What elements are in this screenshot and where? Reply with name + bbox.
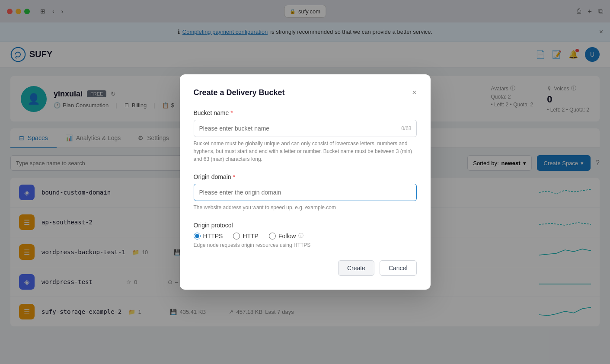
origin-domain-label: Origin domain [194,173,231,180]
origin-domain-required: * [233,173,235,180]
bucket-name-label: Bucket name [194,109,229,116]
origin-domain-label-row: Origin domain * [194,173,417,180]
http-label: HTTP [243,233,259,239]
radio-https[interactable]: HTTPS [194,233,223,239]
modal-footer: Create Cancel [194,260,417,276]
origin-domain-input[interactable] [194,184,417,201]
origin-protocol-radio-group: HTTPS HTTP Follow ⓘ [194,232,417,239]
modal-header: Create a Delivery Bucket × [194,88,417,97]
bucket-name-label-row: Bucket name * [194,109,417,116]
create-button[interactable]: Create [338,260,374,276]
origin-protocol-label: Origin protocol [194,222,233,229]
cancel-button[interactable]: Cancel [380,260,417,276]
origin-protocol-label-row: Origin protocol [194,222,417,229]
radio-follow[interactable]: Follow ⓘ [269,232,303,239]
follow-info-icon: ⓘ [298,232,303,239]
modal-close-button[interactable]: × [412,88,417,97]
follow-radio-input[interactable] [269,233,276,239]
https-label: HTTPS [203,233,223,239]
bucket-name-input[interactable] [194,120,417,137]
origin-protocol-field: Origin protocol HTTPS HTTP Follow ⓘ Edge… [194,222,417,248]
bucket-name-field: Bucket name * 0/63 Bucket name must be g… [194,109,417,163]
bucket-name-required: * [230,109,233,116]
modal-overlay[interactable]: Create a Delivery Bucket × Bucket name *… [0,0,610,364]
modal-title: Create a Delivery Bucket [194,88,285,97]
http-radio-input[interactable] [233,233,240,239]
create-delivery-bucket-modal: Create a Delivery Bucket × Bucket name *… [180,74,431,290]
https-radio-input[interactable] [194,233,201,239]
radio-http[interactable]: HTTP [233,233,259,239]
follow-label: Follow [278,233,296,239]
bucket-name-char-count: 0/63 [401,125,411,131]
bucket-name-input-wrapper: 0/63 [194,120,417,137]
protocol-hint: Edge node requests origin resources usin… [194,242,417,248]
origin-domain-field: Origin domain * The website address you … [194,173,417,211]
bucket-name-hint: Bucket name must be globally unique and … [194,140,417,163]
origin-domain-hint: The website address you want to speed up… [194,204,417,211]
